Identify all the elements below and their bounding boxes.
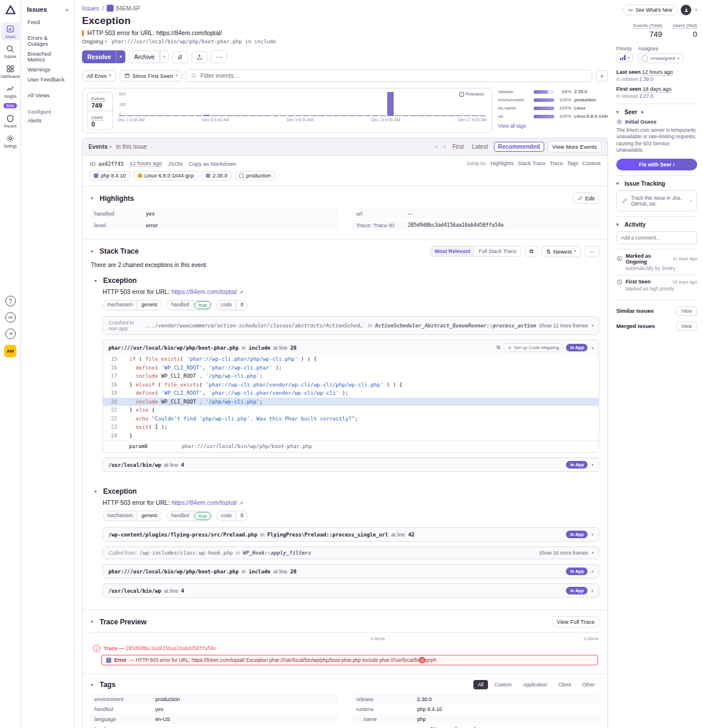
release-link[interactable]: 2.39.0 xyxy=(639,76,653,82)
chevron-up-icon[interactable]: ▴ xyxy=(591,346,593,350)
sidebar-item-breached-metrics[interactable]: Breached Metrics xyxy=(25,49,70,64)
chevron-down-icon[interactable]: ▾ xyxy=(91,682,97,688)
jump-context[interactable]: Context xyxy=(582,160,600,166)
show-more-frames-link[interactable]: Show 12 more frames xyxy=(539,323,588,329)
tags-tab-client[interactable]: Client xyxy=(554,680,576,689)
priority-select[interactable]: ▾ xyxy=(616,53,633,62)
activity-header[interactable]: ▾ Activity xyxy=(616,221,697,228)
in-app-badge[interactable]: In App xyxy=(566,344,588,351)
rail-item-dashboards[interactable]: Dashboards xyxy=(1,62,20,80)
sidebar-item-warnings[interactable]: Warnings xyxy=(25,65,70,74)
chevron-down-icon[interactable]: ▾ xyxy=(591,463,593,467)
sidebar-item-all-views[interactable]: All Views xyxy=(25,91,70,100)
sidebar-collapse-icon[interactable]: « xyxy=(65,6,69,13)
subscribe-button[interactable] xyxy=(172,51,188,63)
rail-item-issues[interactable]: Issues xyxy=(1,22,20,40)
fix-with-seer-button[interactable]: Fix with Seer › xyxy=(616,159,697,170)
archive-dropdown-button[interactable]: ▾ xyxy=(160,50,169,63)
full-stack-trace-toggle[interactable]: Full Stack Trace xyxy=(475,247,521,256)
substatus-dropdown[interactable]: Ongoing▾ xyxy=(82,38,107,45)
in-app-badge[interactable]: In App xyxy=(566,461,588,469)
latest-event-tab[interactable]: Latest xyxy=(470,142,490,151)
onboarding-icon[interactable] xyxy=(5,329,16,339)
frame-header-row[interactable]: phar:///usr/local/bin/wp/php/boot-phar.p… xyxy=(103,565,599,578)
facet-environment[interactable]: environment 100% production xyxy=(498,97,608,102)
in-app-badge[interactable]: In App xyxy=(566,587,588,594)
jump-trace[interactable]: Trace xyxy=(550,160,563,166)
jump-tags[interactable]: Tags xyxy=(567,160,578,166)
runtime-pill[interactable]: php 8.4.10 xyxy=(90,171,130,180)
breadcrumb-issues-link[interactable]: Issues xyxy=(82,5,99,12)
resolve-dropdown-button[interactable]: ▾ xyxy=(116,50,125,63)
in-app-badge[interactable]: In App xyxy=(566,531,588,538)
trace-id-link[interactable]: 205d9d8bc3ad4156aa16ab4d50ffa54e xyxy=(408,222,504,228)
events-dropdown[interactable]: Events▾ xyxy=(88,143,111,150)
sidebar-item-errors-outages[interactable]: Errors & Outages xyxy=(25,33,70,49)
rail-item-explore[interactable]: Explore xyxy=(1,42,20,60)
json-link[interactable]: JSON xyxy=(168,160,183,167)
user-avatar[interactable]: AM xyxy=(4,345,16,357)
sentry-logo[interactable] xyxy=(4,4,17,16)
issue-tracking-card[interactable]: Track this issue in Jira, GitHub, etc. › xyxy=(616,190,697,211)
jump-stack-trace[interactable]: Stack Trace xyxy=(518,160,546,166)
chevron-down-icon[interactable]: ▾ xyxy=(591,323,593,328)
thread-selector-button[interactable]: ⧉ xyxy=(525,245,538,257)
frame-header-row[interactable]: /wp-content/plugins/flying-press/src/Pre… xyxy=(103,528,599,541)
chevron-down-icon[interactable]: ▾ xyxy=(591,532,593,537)
environment-filter[interactable]: All Envs▾ xyxy=(82,70,116,81)
trace-row[interactable]: 1 Trace — 205d9d8bc3ad4156aa16ab4d50ffa5… xyxy=(91,644,599,653)
os-pill[interactable]: Linux 6.8.0-1044-gcp xyxy=(134,171,199,180)
more-actions-button[interactable]: ⋯ xyxy=(211,50,227,63)
chevron-down-icon[interactable]: ▾ xyxy=(591,569,593,574)
tags-tab-all[interactable]: All xyxy=(473,680,488,689)
tag-row[interactable]: release2.30.0 xyxy=(353,694,599,704)
chevron-down-icon[interactable]: ▾ xyxy=(94,489,100,494)
tags-tab-custom[interactable]: Custom xyxy=(490,680,516,689)
jump-highlights[interactable]: Highlights xyxy=(490,160,514,166)
rail-item-insights[interactable]: Insights xyxy=(1,82,20,100)
frame-header-row[interactable]: /usr/local/bin/wp at line 4 In App ▾ xyxy=(103,584,599,597)
chevron-down-icon[interactable]: ▾ xyxy=(591,589,593,593)
edit-highlights-button[interactable]: Edit xyxy=(573,193,599,204)
facet-os[interactable]: os 100% Linux 6.8.0-1044-g... xyxy=(498,114,608,119)
help-icon[interactable]: ? xyxy=(5,296,16,306)
date-filter[interactable]: Since First Seen▾ xyxy=(120,70,182,81)
first-event-tab[interactable]: First xyxy=(450,142,466,151)
setup-code-mapping-button[interactable]: Set up Code Mapping xyxy=(504,343,562,352)
release-pill[interactable]: 2.30.0 xyxy=(202,171,231,180)
next-event-button[interactable]: › xyxy=(442,143,446,150)
tags-tab-application[interactable]: Application xyxy=(518,680,552,689)
breadcrumb-issue[interactable]: 84EM-6P xyxy=(107,5,141,12)
exception-url-link[interactable]: https://84em.com/toptal/ xyxy=(172,288,237,295)
tag-row[interactable]: .namephp xyxy=(353,714,599,724)
releases-toggle[interactable]: ✓ Releases xyxy=(458,91,486,97)
frame-header-row[interactable]: phar:///usr/local/bin/wp/php/boot-phar.p… xyxy=(103,340,599,355)
account-menu-button[interactable] xyxy=(681,5,691,15)
environment-pill[interactable]: production xyxy=(235,171,275,180)
trace-error-span[interactable]: Error — HTTP 503 error for URL: https://… xyxy=(101,655,598,665)
whats-new-button[interactable]: See What's New xyxy=(623,5,678,15)
in-app-badge[interactable]: In App xyxy=(566,568,588,575)
release-link[interactable]: 2.27.0 xyxy=(639,93,653,99)
tag-row[interactable]: languageen-US xyxy=(91,714,337,724)
view-full-trace-button[interactable]: View Full Trace xyxy=(552,616,599,627)
archive-button[interactable]: Archive xyxy=(129,50,160,63)
chevron-down-icon[interactable]: ▾ xyxy=(91,249,97,254)
events-chart[interactable]: ✓ Releases 600 300 0 Dec 1 6:00 AM xyxy=(118,92,487,130)
sidebar-item-alerts[interactable]: Alerts xyxy=(25,116,70,125)
non-app-frame-row[interactable]: Called from: /wp-includes/class-wp-hook.… xyxy=(103,547,599,559)
search-input[interactable] xyxy=(200,72,587,79)
frame-header-row[interactable]: /usr/local/bin/wp at line 4 In App ▾ xyxy=(103,458,599,471)
tag-row[interactable]: handledyes xyxy=(91,704,337,714)
view-all-tags-link[interactable]: View all tags xyxy=(498,123,526,129)
copy-icon[interactable]: ⧉ xyxy=(497,344,500,351)
assignee-select[interactable]: Unassigned ▾ xyxy=(638,53,683,63)
chevron-down-icon[interactable]: ▾ xyxy=(591,551,593,555)
prev-event-button[interactable]: ‹ xyxy=(435,143,439,150)
sort-dropdown[interactable]: ⇅ Newest▾ xyxy=(541,246,581,257)
chevron-down-icon[interactable]: ▾ xyxy=(695,8,697,12)
tags-tab-other[interactable]: Other xyxy=(578,680,599,689)
chevron-down-icon[interactable]: ▾ xyxy=(94,278,100,283)
facet-release[interactable]: release 68% 2.25.0 xyxy=(498,89,608,94)
rail-item-prevent[interactable]: Prevent xyxy=(1,112,20,130)
